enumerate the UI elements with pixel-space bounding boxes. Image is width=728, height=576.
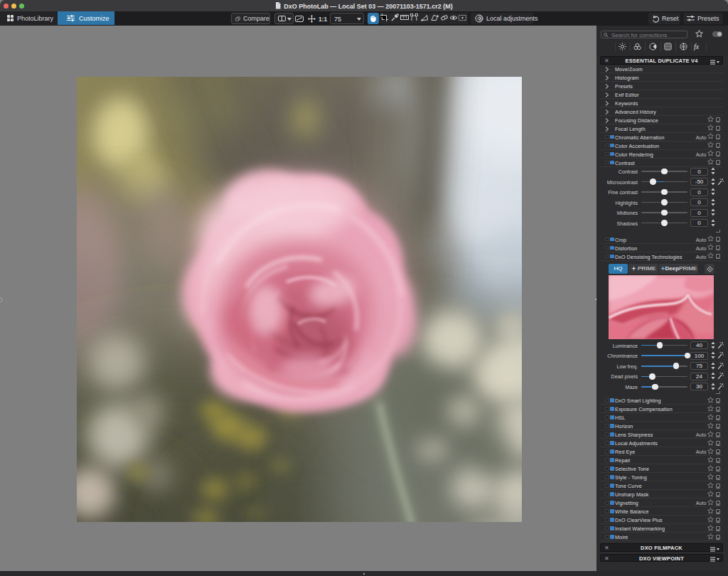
svg-text:fx: fx xyxy=(694,43,700,50)
